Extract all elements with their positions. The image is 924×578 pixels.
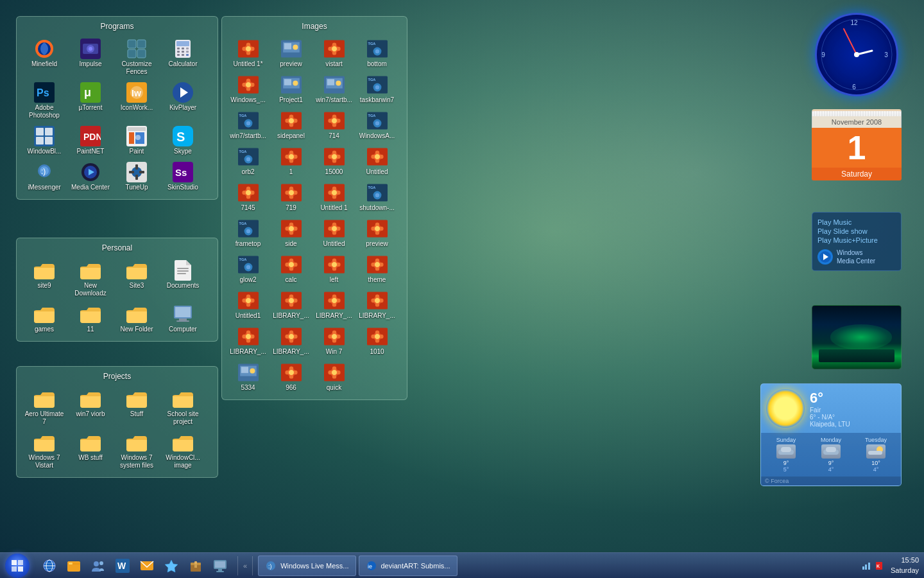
image-icon-14[interactable]: 15000: [313, 144, 355, 179]
icon-new-downloadz[interactable]: New Downloadz: [68, 258, 113, 300]
image-icon-30[interactable]: LIBRARY_...: [313, 288, 355, 322]
taskbar-star-icon[interactable]: [161, 556, 182, 576]
icon-customize-fences[interactable]: Customize Fences: [114, 36, 159, 78]
start-button[interactable]: [0, 553, 35, 579]
icon-new-folder[interactable]: New Folder: [114, 301, 159, 336]
icon-skype[interactable]: S Skype: [160, 123, 205, 158]
image-icon-5[interactable]: Project1: [270, 72, 312, 107]
icon-site3[interactable]: Site3: [114, 258, 159, 300]
image-icon-23[interactable]: preview: [356, 216, 398, 250]
image-icon-38[interactable]: quick: [313, 360, 355, 394]
start-orb: [5, 554, 30, 578]
icon-win7-system[interactable]: Windows 7 system files: [114, 430, 159, 472]
icon-games[interactable]: games: [22, 301, 67, 336]
taskbar-mail-icon[interactable]: [137, 556, 157, 576]
tray-network-icon[interactable]: [861, 561, 871, 571]
image-icon-17[interactable]: 719: [270, 180, 312, 215]
icon-site9[interactable]: site9: [22, 258, 67, 300]
icon-windowcl-image[interactable]: WindowCl... image: [160, 430, 205, 472]
image-icon-10[interactable]: 714: [313, 108, 355, 143]
icon-impulse[interactable]: Impulse: [68, 36, 113, 78]
image-icon-28[interactable]: Untitled1: [227, 288, 269, 322]
icon-win7-vistart[interactable]: Windows 7 Vistart: [22, 430, 67, 472]
image-icon-27[interactable]: theme: [356, 252, 398, 286]
image-icon-3[interactable]: TGA bottom: [356, 36, 398, 71]
image-icon-24[interactable]: TGA glow2: [227, 252, 269, 286]
taskbar-window-deviantart[interactable]: ie deviantART: Submis...: [359, 556, 458, 576]
icon-paintnet[interactable]: PDN PaintNET: [68, 123, 113, 158]
image-icon-34[interactable]: Win 7: [313, 324, 355, 358]
media-play-music[interactable]: Play Music: [817, 218, 896, 227]
image-icon-12[interactable]: TGA orb2: [227, 144, 269, 179]
image-icon-15[interactable]: Untitled: [356, 144, 398, 179]
image-icon-9[interactable]: sidepanel: [270, 108, 312, 143]
icon-kivplayer[interactable]: KivPlayer: [160, 80, 205, 122]
icon-utorrent[interactable]: μ µTorrent: [68, 80, 113, 122]
img-32-label: LIBRARY_...: [230, 348, 266, 356]
svg-point-152: [375, 154, 380, 159]
image-icon-13[interactable]: 1: [270, 144, 312, 179]
svg-rect-14: [186, 48, 189, 49]
svg-rect-100: [327, 79, 334, 85]
icon-school-site[interactable]: School site project: [160, 386, 205, 428]
svg-point-192: [332, 231, 336, 234]
image-icon-19[interactable]: TGA shutdown-...: [356, 180, 398, 215]
icon-messenger[interactable]: :) iMessenger: [22, 159, 67, 194]
media-play-slideshow[interactable]: Play Slide show: [817, 227, 896, 236]
media-play-music-pic[interactable]: Play Music+Picture: [817, 236, 896, 245]
image-icon-25[interactable]: calc: [270, 252, 312, 286]
image-icon-0[interactable]: Untitled 1*: [227, 36, 269, 71]
image-icon-29[interactable]: LIBRARY_...: [270, 288, 312, 322]
icon-11[interactable]: 11: [68, 301, 113, 336]
icon-paint[interactable]: Paint: [114, 123, 159, 158]
icon-minefield[interactable]: Minefield: [22, 36, 67, 78]
svg-marker-330: [165, 560, 178, 572]
image-icon-20[interactable]: TGA frametop: [227, 216, 269, 250]
image-icon-22[interactable]: Untitled: [313, 216, 355, 250]
icon-calculator[interactable]: Calculator: [160, 36, 205, 78]
icon-skinstudio[interactable]: Ss SkinStudio: [160, 159, 205, 194]
taskbar-explorer-icon[interactable]: [64, 556, 84, 576]
image-icon-1[interactable]: preview: [270, 36, 312, 71]
tray-av-icon[interactable]: K: [874, 561, 884, 571]
image-icon-6[interactable]: win7/startb...: [313, 72, 355, 107]
image-icon-16[interactable]: 7145: [227, 180, 269, 215]
taskbar-window-live-mess[interactable]: :) Windows Live Mess...: [258, 556, 355, 576]
image-icon-37[interactable]: 966: [270, 360, 312, 394]
image-icon-32[interactable]: LIBRARY_...: [227, 324, 269, 358]
image-icon-11[interactable]: TGA WindowsA...: [356, 108, 398, 143]
icon-documents[interactable]: Documents: [160, 258, 205, 300]
icon-windowbl[interactable]: WindowBl...: [22, 123, 67, 158]
icon-stuff[interactable]: Stuff: [114, 386, 159, 428]
image-icon-31[interactable]: LIBRARY_...: [356, 288, 398, 322]
taskbar-monitor-icon[interactable]: [210, 556, 230, 576]
taskbar-word-icon[interactable]: W: [112, 556, 133, 576]
icon-iconwork[interactable]: Iw IconWork...: [114, 80, 159, 122]
taskbar-users-icon[interactable]: [88, 556, 108, 576]
img-23-icon: [367, 218, 388, 239]
taskbar-package-icon[interactable]: [185, 556, 206, 576]
img-28-label: Untitled1: [235, 312, 261, 320]
svg-point-275: [336, 335, 340, 338]
weather-monday-name: Monday: [810, 437, 852, 443]
image-icon-21[interactable]: side: [270, 216, 312, 250]
img-11-label: WindowsA...: [359, 132, 395, 140]
icon-computer[interactable]: Computer: [160, 301, 205, 336]
icon-media-center[interactable]: Media Center: [68, 159, 113, 194]
image-icon-26[interactable]: left: [313, 252, 355, 286]
image-icon-2[interactable]: vistart: [313, 36, 355, 71]
icon-photoshop[interactable]: Ps Adobe Photoshop: [22, 80, 67, 122]
image-icon-35[interactable]: 1010: [356, 324, 398, 358]
image-icon-8[interactable]: TGA win7/startb...: [227, 108, 269, 143]
wb-stuff-label: WB stuff: [78, 454, 103, 462]
icon-win7-viorb[interactable]: win7 viorb: [68, 386, 113, 428]
image-icon-33[interactable]: LIBRARY_...: [270, 324, 312, 358]
image-icon-36[interactable]: 5334: [227, 360, 269, 394]
icon-aero-ultimate[interactable]: Aero Ultimate 7: [22, 386, 67, 428]
icon-tuneup[interactable]: TuneUp: [114, 159, 159, 194]
image-icon-18[interactable]: Untitled 1: [313, 180, 355, 215]
taskbar-ie-icon[interactable]: [39, 556, 60, 576]
image-icon-4[interactable]: Windows_...: [227, 72, 269, 107]
image-icon-7[interactable]: TGA taskbarwin7: [356, 72, 398, 107]
icon-wb-stuff[interactable]: WB stuff: [68, 430, 113, 472]
